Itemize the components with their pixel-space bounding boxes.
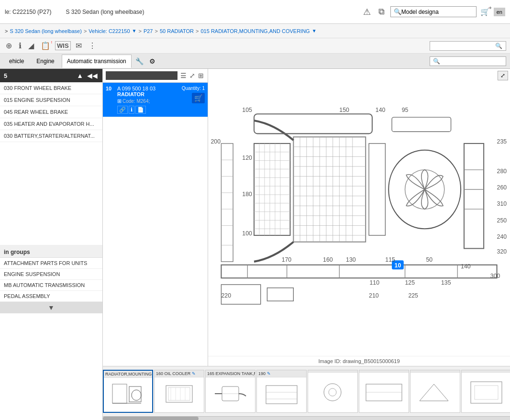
svg-text:180: 180: [242, 191, 252, 198]
sidebar-back-btn[interactable]: ◀◀: [86, 72, 99, 79]
grid-view-btn[interactable]: ⊞: [197, 71, 205, 80]
thumbnail-radiator[interactable]: RADIATOR,MOUNTING,AND COVERING ✎: [103, 370, 153, 413]
svg-point-107: [329, 388, 336, 396]
thumb-label-radiator: RADIATOR,MOUNTING,AND COVERING ✎: [104, 371, 152, 378]
thumb-img-radiator: [104, 378, 152, 412]
warning-icon-btn[interactable]: ⚠: [361, 5, 373, 19]
tab-engine[interactable]: Engine: [31, 55, 59, 68]
svg-text:220: 220: [221, 292, 231, 299]
cart-button[interactable]: 🛒+: [480, 7, 490, 16]
part-link-icon[interactable]: 🔗: [117, 106, 128, 114]
tab-automatic-transmission[interactable]: Automatic transmission: [62, 55, 132, 68]
thumbnail-190[interactable]: 190 ✎: [256, 370, 307, 413]
part-info-icon[interactable]: ℹ: [129, 106, 134, 114]
svg-rect-110: [471, 382, 502, 403]
part-doc-icon[interactable]: 📄: [135, 106, 146, 114]
svg-text:95: 95: [402, 107, 409, 113]
mail-btn[interactable]: ✉: [74, 40, 84, 51]
list-view-btn[interactable]: ☰: [179, 71, 188, 80]
sidebar-group-engine-susp[interactable]: ENGINE SUSPENSION: [0, 269, 102, 280]
thumbnail-extra-4[interactable]: [461, 370, 510, 413]
thumbnail-oil-cooler[interactable]: 160 OIL COOLER ✎: [154, 370, 204, 413]
part-qty-cart: Quantity: 1 🛒: [182, 86, 205, 103]
radiator-dropdown-icon[interactable]: ▼: [312, 28, 317, 33]
svg-text:50: 50: [426, 256, 432, 263]
thumbnail-extra-1[interactable]: [308, 370, 358, 413]
breadcrumb-vehicle[interactable]: S 320 Sedan (long wheelbase): [10, 28, 81, 34]
sidebar-header-num: 5: [4, 72, 7, 79]
scrollbar-track: [103, 417, 199, 420]
sidebar-item-front-wheel-brake[interactable]: 030 FRONT WHEEL BRAKE: [0, 82, 102, 94]
sidebar-group-pedal[interactable]: PEDAL ASSEMBLY: [0, 291, 102, 302]
c222150-dropdown-icon[interactable]: ▼: [132, 28, 137, 33]
sidebar-collapse-btn[interactable]: ▲: [76, 72, 84, 79]
tab-icon-2[interactable]: ⚙: [147, 55, 157, 67]
parts-list: ☰ ⤢ ⊞ 10 A 099 500 18 03 RADIATOR ⊞: [103, 69, 208, 366]
svg-rect-111: [475, 386, 498, 399]
svg-text:100: 100: [242, 230, 252, 237]
svg-text:225: 225: [408, 292, 418, 299]
parts-search-input[interactable]: [106, 71, 177, 80]
thumbnail-scrollbar[interactable]: [103, 416, 510, 420]
thumb-edit-icon-4[interactable]: ✎: [267, 371, 271, 376]
breadcrumb-c222150[interactable]: Vehicle: C222150: [89, 28, 130, 34]
svg-text:300: 300: [490, 273, 500, 279]
model-search-input[interactable]: [401, 9, 468, 15]
svg-rect-95: [166, 386, 192, 402]
tab-vehicle[interactable]: ehicle: [4, 55, 29, 68]
language-button[interactable]: en: [494, 8, 505, 16]
thumbnail-extra-2[interactable]: [359, 370, 409, 413]
vehicle-id: le: C222150 (P27): [5, 9, 51, 15]
breadcrumb-50radiator[interactable]: 50 RADIATOR: [160, 28, 194, 34]
parts-list-body: 10 A 099 500 18 03 RADIATOR ⊞ Code: M264…: [103, 83, 208, 366]
sidebar-item-engine-suspension[interactable]: 015 ENGINE SUSPENSION: [0, 94, 102, 106]
thumbnail-expansion-tank[interactable]: 165 EXPANSION TANK,MOUNTING AND HOSES ✎: [205, 370, 255, 413]
sidebar-item-battery[interactable]: 030 BATTERY,STARTER/ALTERNAT...: [0, 130, 102, 142]
tab-search-input[interactable]: [440, 58, 502, 64]
svg-text:125: 125: [405, 279, 415, 286]
wis-btn[interactable]: WIS: [55, 41, 71, 50]
part-row-10[interactable]: 10 A 099 500 18 03 RADIATOR ⊞ Code: M264…: [103, 83, 208, 117]
table-icon: ⊞: [117, 98, 122, 104]
more-btn[interactable]: ⋮: [87, 40, 98, 51]
list-icons: ☰ ⤢ ⊞: [179, 71, 205, 80]
toolbar-search-input[interactable]: [433, 43, 495, 49]
svg-text:150: 150: [339, 107, 349, 113]
notes-btn[interactable]: 📋!: [39, 40, 52, 51]
info-btn[interactable]: ℹ: [17, 40, 23, 51]
thumb-img-expansion-tank: [206, 377, 255, 412]
add-to-cart-btn[interactable]: 🛒: [192, 93, 205, 103]
zoom-in-btn[interactable]: ⊕: [4, 40, 14, 51]
thumb-img-extra-1: [308, 373, 357, 412]
svg-text:200: 200: [211, 138, 221, 145]
svg-text:280: 280: [497, 168, 507, 175]
tab-icon-1[interactable]: 🔧: [133, 55, 145, 67]
breadcrumb-p27[interactable]: P27: [144, 28, 153, 34]
filter-btn[interactable]: ◢: [26, 40, 36, 51]
thumbnail-strip: RADIATOR,MOUNTING,AND COVERING ✎ 160 OIL…: [103, 366, 510, 416]
sidebar-item-rear-wheel-brake[interactable]: 045 REAR WHEEL BRAKE: [0, 106, 102, 118]
sidebar-scroll-down-btn[interactable]: ▼: [0, 302, 102, 313]
svg-rect-108: [366, 384, 402, 401]
sidebar-group-mb-auto[interactable]: MB AUTOMATIC TRANSMISSION: [0, 280, 102, 291]
svg-point-93: [132, 390, 141, 400]
sidebar-header-controls: ▲ ◀◀: [76, 72, 99, 79]
svg-rect-0: [208, 85, 510, 341]
sidebar-section-label: in groups: [0, 245, 102, 258]
sidebar-item-heater[interactable]: 035 HEATER AND EVAPORATOR H...: [0, 118, 102, 130]
svg-point-106: [324, 384, 341, 401]
svg-rect-96: [168, 387, 190, 400]
search-icon[interactable]: 🔍: [394, 8, 401, 15]
thumb-edit-icon-2[interactable]: ✎: [192, 371, 196, 376]
copy-icon-btn[interactable]: ⧉: [377, 5, 387, 19]
thumb-img-oil-cooler: [155, 377, 204, 412]
svg-text:140: 140: [461, 263, 471, 270]
breadcrumb-015radiator[interactable]: 015 RADIATOR,MOUNTING,AND COVERING: [200, 28, 310, 34]
breadcrumb-sep-start: >: [5, 28, 8, 34]
thumb-img-extra-4: [462, 373, 510, 412]
expand-view-btn[interactable]: ⤢: [188, 71, 196, 80]
sidebar-group-attachment[interactable]: ATTACHMENT PARTS FOR UNITS: [0, 258, 102, 269]
svg-text:170: 170: [282, 256, 292, 263]
thumbnail-extra-3[interactable]: [410, 370, 460, 413]
svg-text:240: 240: [497, 233, 507, 240]
